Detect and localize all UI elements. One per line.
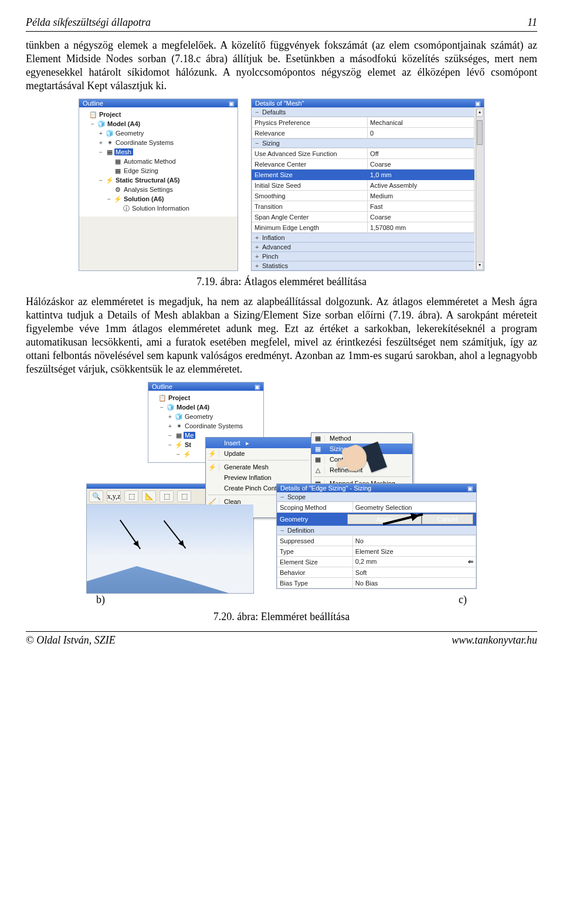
details-c-table[interactable]: ScopeScoping MethodGeometry SelectionGeo… (277, 492, 476, 588)
pin-icon[interactable]: ▣ (467, 485, 473, 492)
cancel-button[interactable]: Cancel (422, 514, 473, 524)
details-title-bar: Details of "Mesh" ▣ (252, 99, 484, 107)
pin-icon[interactable]: ▣ (475, 100, 480, 107)
paragraph-2: Hálózáskor az elemméretet is megadjuk, h… (26, 295, 537, 376)
header-rule (26, 31, 537, 32)
tree-item[interactable]: −🧊Model (A4) (80, 119, 236, 128)
tree-item[interactable]: −⚡Solution (A6) (80, 194, 236, 204)
section-header[interactable]: Scope (277, 492, 476, 502)
tree-item[interactable]: +🧊Geometry (150, 412, 262, 421)
labels-bc: b) c) (26, 594, 537, 606)
property-row[interactable]: Use Advanced Size FunctionOff (252, 148, 474, 159)
label-b: b) (96, 594, 105, 606)
scroll-thumb[interactable] (477, 120, 483, 145)
tree-item[interactable]: +✴Coordinate Systems (80, 138, 236, 147)
toolbar-button[interactable]: ⬚ (124, 490, 138, 502)
tree-item[interactable]: 📋Project (80, 110, 236, 119)
section-header[interactable]: Definition (277, 526, 476, 535)
footer-left: © Oldal István, SZIE (26, 634, 116, 647)
menu-item[interactable]: Preview Inflation (206, 472, 311, 483)
menu-item[interactable]: ⚡Update (206, 448, 311, 459)
header-left: Példa síkfeszültségi állapotra (26, 16, 151, 29)
menu-item[interactable]: Insert ▸ (206, 438, 311, 448)
tree-item[interactable]: −⚡Static Structural (A5) (80, 175, 236, 185)
property-row[interactable]: SuppressedNo (277, 536, 476, 546)
running-header: Példa síkfeszültségi állapotra 11 (26, 16, 537, 29)
tree-item[interactable]: +🧊Geometry (80, 128, 236, 138)
tree-item[interactable]: −▦Mesh (80, 147, 236, 157)
property-row[interactable]: Scoping MethodGeometry Selection (277, 502, 476, 513)
details-panel: Details of "Mesh" ▣ DefaultsPhysics Pref… (251, 99, 484, 271)
property-row[interactable]: Element Size0,2 mm ⇐ (277, 557, 476, 567)
outline-title: Outline (83, 100, 103, 107)
paragraph-1: tünkben a négyszög elemek a megfelelőek.… (26, 39, 537, 93)
tree-item[interactable]: ⚙Analysis Settings (80, 185, 236, 194)
details-table[interactable]: DefaultsPhysics PreferenceMechanicalRele… (252, 107, 474, 270)
toolbar-button[interactable]: 📐 (142, 490, 156, 502)
toolbar-button[interactable]: ⬚ (160, 490, 174, 502)
outline-tree[interactable]: 📋Project−🧊Model (A4)+🧊Geometry+✴Coordina… (79, 107, 238, 216)
page-number: 11 (527, 16, 537, 29)
property-row[interactable]: Relevance CenterCoarse (252, 159, 474, 170)
details-c-title-bar: Details of "Edge Sizing" - Sizing ▣ (277, 484, 476, 492)
menu-item[interactable]: ⚡Generate Mesh (206, 462, 311, 472)
property-row[interactable]: TypeElement Size (277, 546, 476, 557)
property-row[interactable]: Relevance0 (252, 128, 474, 138)
tree-item[interactable]: 📋Project (150, 393, 262, 402)
section-header[interactable]: Advanced (252, 242, 474, 252)
details-c-title: Details of "Edge Sizing" - Sizing (280, 485, 371, 492)
section-header[interactable]: Statistics (252, 261, 474, 270)
property-row[interactable]: Element Size1,0 mm (252, 170, 474, 180)
scroll-up[interactable]: ▴ (476, 109, 483, 117)
tree-item[interactable]: ▦Automatic Method (80, 157, 236, 166)
figure-720-bc: 🔍x,y,z⬚📐⬚⬚ Details of "Edge Sizing" - Si… (26, 483, 537, 594)
property-row[interactable]: Span Angle CenterCoarse (252, 212, 474, 222)
pin-icon[interactable]: ▣ (229, 100, 234, 107)
outline-panel: Outline ▣ 📋Project−🧊Model (A4)+🧊Geometry… (79, 99, 238, 271)
property-row[interactable]: BehaviorSoft (277, 567, 476, 578)
details-c-panel: Details of "Edge Sizing" - Sizing ▣ Scop… (276, 483, 477, 589)
figure-719: Outline ▣ 📋Project−🧊Model (A4)+🧊Geometry… (26, 99, 537, 271)
property-row[interactable]: TransitionFast (252, 201, 474, 212)
toolbar-button[interactable]: x,y,z (107, 490, 121, 502)
footer-right: www.tankonyvtar.hu (452, 634, 537, 647)
geometry-row[interactable]: GeometryApplyCancel (277, 513, 476, 526)
property-row[interactable]: Initial Size SeedActive Assembly (252, 180, 474, 191)
scroll-down[interactable]: ▾ (476, 262, 483, 270)
toolbar-button[interactable]: ⬚ (177, 490, 191, 502)
caption-719: 7.19. ábra: Átlagos elemméret beállítása (26, 276, 537, 288)
tree-item[interactable]: ▦Edge Sizing (80, 166, 236, 175)
tree-item[interactable]: +✴Coordinate Systems (150, 421, 262, 431)
section-header[interactable]: Defaults (252, 107, 474, 117)
section-header[interactable]: Sizing (252, 138, 474, 148)
section-header[interactable]: Inflation (252, 233, 474, 242)
outline-a-title-bar: Outline ▣ (148, 383, 263, 391)
tree-item[interactable]: −🧊Model (A4) (150, 402, 262, 412)
pin-icon[interactable]: ▣ (255, 384, 260, 390)
outline-title-bar: Outline ▣ (79, 99, 238, 107)
outline-a-title: Outline (152, 383, 172, 390)
property-row[interactable]: SmoothingMedium (252, 191, 474, 201)
property-row[interactable]: Physics PreferenceMechanical (252, 117, 474, 128)
viewer-canvas[interactable] (87, 505, 253, 593)
figure-720a: Outline ▣ 📋Project−🧊Model (A4)+🧊Geometry… (148, 382, 415, 463)
footer-rule (26, 631, 537, 632)
tree-item[interactable]: ⓘSolution Information (80, 204, 236, 213)
caption-720: 7.20. ábra: Elemméret beállítása (26, 611, 537, 623)
section-header[interactable]: Pinch (252, 252, 474, 261)
toolbar-button[interactable]: 🔍 (89, 490, 103, 502)
scrollbar[interactable]: ▴ ▾ (476, 109, 483, 270)
property-row[interactable]: Minimum Edge Length1,57080 mm (252, 222, 474, 233)
details-title: Details of "Mesh" (255, 100, 304, 107)
running-footer: © Oldal István, SZIE www.tankonyvtar.hu (26, 634, 537, 647)
property-row[interactable]: Bias TypeNo Bias (277, 578, 476, 588)
label-c: c) (459, 594, 467, 606)
